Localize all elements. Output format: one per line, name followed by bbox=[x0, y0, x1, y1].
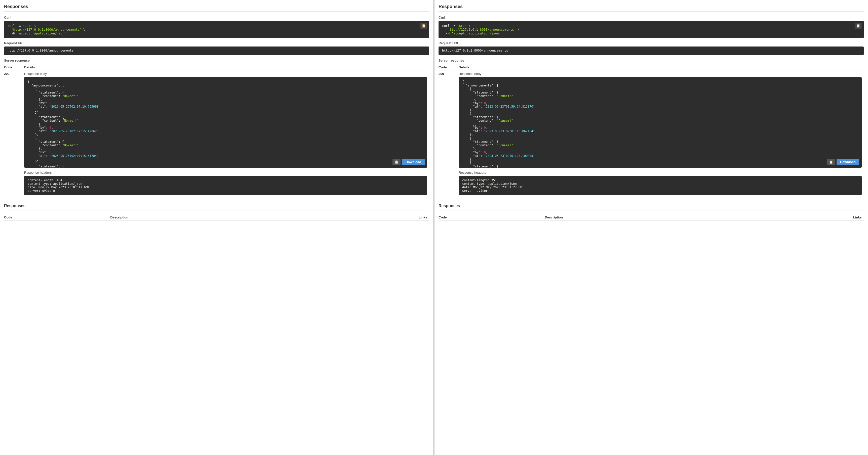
right-request-url-label: Request URL bbox=[438, 41, 864, 45]
right-responses-title: Responses bbox=[438, 4, 864, 11]
right-headers-block: content-length: 351 content-type: applic… bbox=[459, 176, 862, 195]
right-response-table: Code Details 200 Response body { "announ… bbox=[438, 64, 864, 201]
right-panel: Responses Curl 📋 curl -X 'GET' \ 'http:/… bbox=[434, 0, 868, 455]
left-details-header: Details bbox=[24, 64, 429, 70]
right-json-btn-row: 📋 Download bbox=[827, 159, 859, 165]
right-bottom-description-header: Description bbox=[545, 215, 754, 221]
right-curl-copy-button[interactable]: 📋 bbox=[855, 23, 862, 29]
right-curl-code: curl -X 'GET' \ 'http://127.0.0.1:8000/a… bbox=[442, 24, 860, 35]
left-bottom-links-header: Links bbox=[319, 215, 429, 221]
left-responses-bottom-title: Responses bbox=[4, 204, 429, 210]
right-bottom-links-header: Links bbox=[753, 215, 864, 221]
left-code-header: Code bbox=[4, 64, 24, 70]
left-download-button[interactable]: Download bbox=[402, 159, 425, 165]
left-bottom-table: Code Description Links bbox=[4, 215, 429, 221]
right-download-button[interactable]: Download bbox=[837, 159, 859, 165]
left-responses-bottom: Responses Code Description Links bbox=[4, 204, 429, 221]
left-panel: Responses Curl 📋 curl -X 'GET' \ 'http:/… bbox=[0, 0, 434, 455]
right-server-response-label: Server response bbox=[438, 59, 864, 62]
right-response-details: Response body { "announcements": [ { "st… bbox=[459, 70, 864, 201]
left-json-btn-row: 📋 Download bbox=[393, 159, 425, 165]
left-curl-code: curl -X 'GET' \ 'http://127.0.0.1:8000/a… bbox=[7, 24, 426, 35]
left-json-copy-button[interactable]: 📋 bbox=[393, 159, 401, 165]
right-response-row: 200 Response body { "announcements": [ {… bbox=[438, 70, 864, 201]
right-bottom-code-header: Code bbox=[438, 215, 545, 221]
right-bottom-table: Code Description Links bbox=[438, 215, 864, 221]
right-code-header: Code bbox=[438, 64, 459, 70]
right-details-header: Details bbox=[459, 64, 864, 70]
left-response-body-label: Response body bbox=[24, 72, 427, 76]
left-response-headers-label: Response headers bbox=[24, 171, 427, 174]
left-json-content: { "announcements": [ { "statement": { "c… bbox=[28, 80, 424, 168]
left-response-details: Response body { "announcements": [ { "st… bbox=[24, 70, 429, 201]
right-response-body-label: Response body bbox=[459, 72, 862, 76]
right-json-block: { "announcements": [ { "statement": { "c… bbox=[459, 77, 862, 168]
right-headers-content: content-length: 351 content-type: applic… bbox=[462, 178, 858, 193]
right-curl-label: Curl bbox=[438, 15, 864, 19]
left-curl-block: 📋 curl -X 'GET' \ 'http://127.0.0.1:8000… bbox=[4, 21, 429, 38]
left-bottom-description-header: Description bbox=[111, 215, 319, 221]
left-server-response-label: Server response bbox=[4, 59, 429, 62]
left-responses-title: Responses bbox=[4, 4, 429, 11]
left-request-url: http://127.0.0.1:8000/announcements bbox=[4, 46, 429, 55]
left-headers-block: content-length: 434 content-type: applic… bbox=[24, 176, 427, 195]
left-curl-copy-button[interactable]: 📋 bbox=[420, 23, 427, 29]
right-responses-bottom-title: Responses bbox=[438, 204, 864, 210]
left-bottom-code-header: Code bbox=[4, 215, 111, 221]
left-json-block: { "announcements": [ { "statement": { "c… bbox=[24, 77, 427, 168]
right-responses-bottom: Responses Code Description Links bbox=[438, 204, 864, 221]
right-request-url: http://127.0.0.1:8000/announcements bbox=[438, 46, 864, 55]
right-curl-block: 📋 curl -X 'GET' \ 'http://127.0.0.1:8000… bbox=[438, 21, 864, 38]
right-json-content: { "announcements": [ { "statement": { "c… bbox=[462, 80, 858, 168]
right-response-code: 200 bbox=[438, 70, 459, 201]
left-curl-label: Curl bbox=[4, 15, 429, 19]
left-headers-content: content-length: 434 content-type: applic… bbox=[28, 178, 424, 193]
left-request-url-label: Request URL bbox=[4, 41, 429, 45]
left-response-row: 200 Response body { "announcements": [ {… bbox=[4, 70, 429, 201]
left-response-code: 200 bbox=[4, 70, 24, 201]
left-response-table: Code Details 200 Response body { "announ… bbox=[4, 64, 429, 201]
right-json-copy-button[interactable]: 📋 bbox=[827, 159, 835, 165]
right-response-headers-label: Response headers bbox=[459, 171, 862, 174]
